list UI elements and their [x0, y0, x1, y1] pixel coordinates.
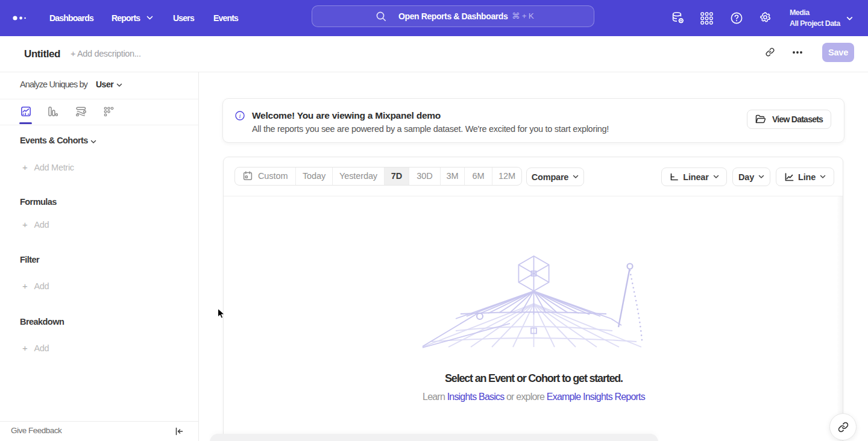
svg-text:i: i	[239, 113, 241, 119]
